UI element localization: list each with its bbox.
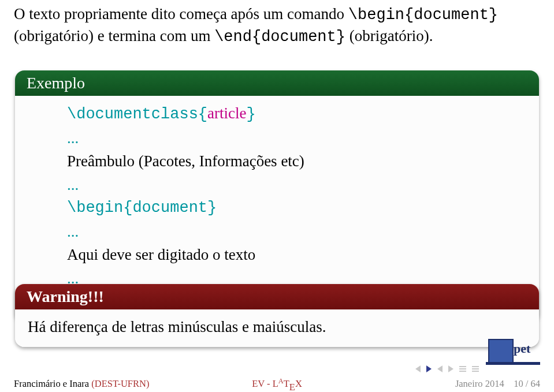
code-article: article xyxy=(207,104,246,122)
pet-logo-text: pet xyxy=(514,341,530,356)
footer-author: Francimário e Inara (DEST-UFRN) xyxy=(14,378,149,390)
nav-prev-slide-icon[interactable] xyxy=(415,365,421,372)
warning-box: Warning!!! Há diferença de letras minúsc… xyxy=(15,284,539,347)
intro-text-1: O texto propriamente dito começa após um… xyxy=(14,5,348,23)
code-body-text: Aqui deve ser digitado o texto xyxy=(67,243,526,267)
intro-cmd-begin: \begin{document} xyxy=(348,6,498,24)
code-brace-open: { xyxy=(198,106,207,123)
intro-paragraph: O texto propriamente dito começa após um… xyxy=(14,3,540,48)
footer-author-name: Francimário e Inara xyxy=(14,378,89,389)
intro-text-2: (obrigatório) e termina com um xyxy=(14,27,214,44)
beamer-nav-bar[interactable] xyxy=(415,365,479,372)
pet-logo-cube-icon xyxy=(488,339,514,364)
code-dots-3: ... xyxy=(67,220,526,244)
footer-page-number: 10 / 64 xyxy=(514,378,540,389)
code-begin-document: \begin{document} xyxy=(67,196,526,220)
footer-date-pages: Janeiro 2014 10 / 64 xyxy=(455,378,540,390)
code-preamble-text: Preâmbulo (Pacotes, Informações etc) xyxy=(67,150,526,173)
intro-text-3: (obrigatório). xyxy=(345,27,433,44)
code-line-1: \documentclass{article} xyxy=(67,102,526,126)
warning-box-body: Há diferença de letras minúsculas e maiú… xyxy=(15,309,539,347)
example-box-title: Exemplo xyxy=(15,70,539,96)
footer-title: EV - LATEX xyxy=(252,378,302,390)
nav-outline-icon[interactable] xyxy=(459,366,466,372)
code-brace-close: } xyxy=(247,106,256,123)
pet-logo-bar xyxy=(486,362,540,365)
code-dots-1: ... xyxy=(67,126,526,150)
footer-institution: (DEST-UFRN) xyxy=(89,378,149,389)
pet-logo: pet xyxy=(486,335,540,367)
footer-date: Janeiro 2014 xyxy=(455,378,504,389)
code-documentclass: \documentclass xyxy=(67,106,198,123)
nav-prev-section-icon[interactable] xyxy=(437,365,443,372)
footer-title-prefix: EV - xyxy=(252,378,272,389)
intro-cmd-end: \end{document} xyxy=(214,28,345,46)
footer-title-latex: LATEX xyxy=(273,378,302,389)
warning-box-title: Warning!!! xyxy=(15,284,539,309)
code-dots-2: ... xyxy=(67,173,526,197)
nav-next-section-icon[interactable] xyxy=(448,365,453,372)
nav-outline2-icon[interactable] xyxy=(472,366,479,372)
slide-footer: Francimário e Inara (DEST-UFRN) EV - LAT… xyxy=(0,376,554,392)
nav-next-slide-icon[interactable] xyxy=(426,365,432,372)
